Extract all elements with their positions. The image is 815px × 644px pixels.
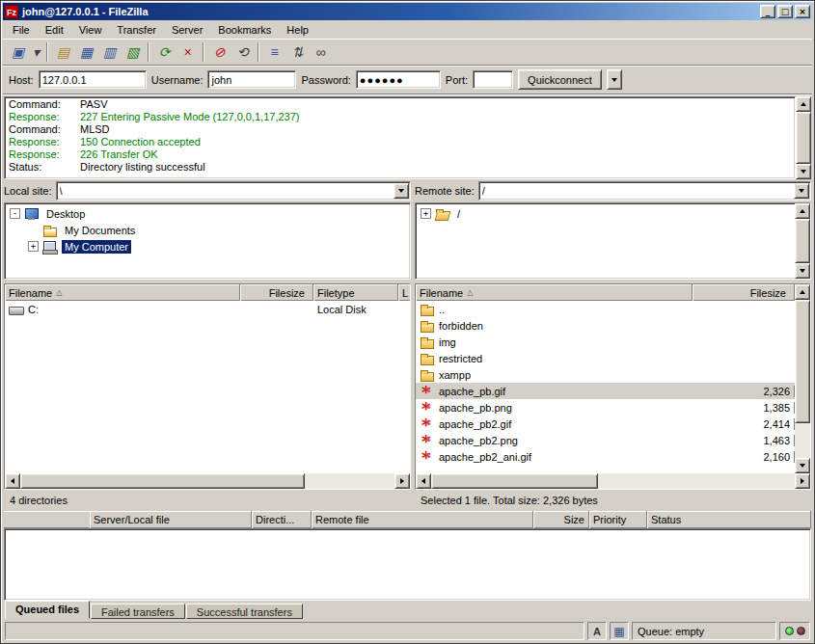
tree-expander[interactable]: + [28,241,39,252]
file-row[interactable]: apache_pb2.png 1,463 [416,432,795,448]
column-header[interactable]: Size [533,511,589,528]
host-input[interactable] [39,70,147,89]
cancel-button[interactable]: × [177,41,199,63]
refresh-button[interactable]: ⟳ [153,41,176,63]
column-header[interactable]: L [398,284,410,301]
scroll-left-button[interactable] [416,473,431,489]
menu-view[interactable]: View [71,22,110,38]
scroll-right-button[interactable] [394,473,410,489]
menu-transfer[interactable]: Transfer [109,22,164,38]
chevron-down-icon [611,78,617,85]
scroll-track[interactable] [431,473,795,489]
scroll-thumb[interactable] [20,473,305,489]
tree-item-root[interactable]: + / [416,205,795,222]
column-header[interactable]: Filesize [693,284,795,301]
scroll-down-button[interactable] [796,164,811,179]
file-row[interactable]: forbidden [416,317,795,334]
scroll-thumb[interactable] [795,219,810,263]
filename-text: apache_pb2.gif [439,418,511,430]
scroll-thumb[interactable] [796,112,811,164]
scroll-track[interactable] [20,473,394,489]
menu-bookmarks[interactable]: Bookmarks [210,22,279,38]
remote-list-scrollbar[interactable] [795,284,810,473]
column-header[interactable]: Remote file [312,511,533,528]
quickconnect-dropdown[interactable] [607,69,622,90]
menu-edit[interactable]: Edit [38,22,71,38]
minimize-button[interactable]: _ [760,5,775,18]
scroll-track[interactable] [795,219,810,263]
file-row[interactable]: C: Local Disk [5,301,410,317]
column-header[interactable]: Filetype [313,284,398,301]
local-horizontal-scrollbar[interactable] [5,473,410,489]
tree-expander[interactable]: + [421,208,431,219]
scroll-down-button[interactable] [795,263,810,279]
scroll-thumb[interactable] [431,473,598,489]
username-input[interactable] [207,70,296,89]
synchronized-browsing-button[interactable]: ⇅ [286,41,309,63]
scroll-left-button[interactable] [5,473,20,489]
column-header[interactable]: Priority [589,511,647,528]
column-header[interactable]: Filesize [240,284,313,301]
tree-item-desktop[interactable]: - Desktop [5,205,410,222]
encryption-status-icon[interactable]: ▦ [610,622,629,640]
scroll-down-button[interactable] [795,458,810,473]
password-input[interactable] [356,70,441,89]
app-icon: Fz [5,5,18,18]
menu-server[interactable]: Server [164,22,210,38]
scroll-track[interactable] [795,300,810,458]
file-row[interactable]: apache_pb.gif 2,326 [416,383,795,399]
reconnect-button[interactable]: ⟲ [231,41,254,63]
site-manager-button[interactable]: ▣ [7,41,29,63]
column-header[interactable]: Status [647,511,811,528]
log-scrollbar[interactable] [796,96,811,179]
scroll-track[interactable] [796,112,811,164]
tree-item-my-computer[interactable]: + My Computer [5,238,410,255]
column-header[interactable]: Server/Local file [90,511,252,528]
tab-successful-transfers[interactable]: Successful transfers [186,604,303,619]
scroll-up-button[interactable] [796,96,811,112]
column-header[interactable]: Directi... [252,511,312,528]
local-site-combo[interactable]: \ [56,181,411,201]
file-row[interactable]: img [416,334,795,350]
tab-queued-files[interactable]: Queued files [5,601,90,619]
find-files-button[interactable]: ∞ [310,41,332,63]
remote-site-dropdown[interactable] [794,183,809,199]
file-row[interactable]: apache_pb.png 1,385 [416,399,795,416]
disconnect-button[interactable]: ⊘ [208,41,231,63]
toggle-message-log-button[interactable]: ▤ [52,41,74,63]
remote-horizontal-scrollbar[interactable] [416,473,810,489]
column-header[interactable]: Filename △ [5,284,240,301]
menu-help[interactable]: Help [279,22,316,38]
menu-file[interactable]: File [5,22,38,38]
toggle-remote-tree-button[interactable]: ▥ [98,41,121,63]
maximize-button[interactable]: □ [777,5,793,18]
column-header-label: Filename [420,287,463,299]
file-row[interactable]: .. [416,301,795,317]
tree-item-label: Desktop [43,207,88,221]
tree-expander[interactable]: - [10,208,20,219]
transfer-type-icon[interactable]: A [587,622,607,640]
tab-failed-transfers[interactable]: Failed transfers [91,604,185,619]
file-row[interactable]: apache_pb2_ani.gif 2,160 [416,448,795,465]
scroll-up-button[interactable] [795,203,810,219]
remote-tree-scrollbar[interactable] [795,203,810,279]
log-line-type: Response: [5,111,80,123]
file-row[interactable]: xampp [416,366,795,383]
directory-comparison-button[interactable]: ≡ [263,41,285,63]
column-header[interactable]: Filename △ [416,284,693,301]
scroll-right-button[interactable] [795,473,810,489]
remote-site-combo[interactable]: / [478,181,811,201]
local-site-dropdown[interactable] [394,183,409,199]
site-manager-dropdown[interactable]: ▾ [30,41,42,63]
scroll-up-button[interactable] [795,284,810,300]
toggle-local-tree-button[interactable]: ▦ [75,41,97,63]
port-input[interactable] [473,70,513,89]
scroll-thumb[interactable] [795,300,810,423]
file-row[interactable]: restricted [416,350,795,366]
cell-filename: restricted [416,352,693,365]
file-row[interactable]: apache_pb2.gif 2,414 [416,416,795,432]
toggle-queue-button[interactable]: ▧ [122,41,144,63]
quickconnect-button[interactable]: Quickconnect [518,69,602,90]
close-button[interactable]: × [795,5,810,18]
tree-item-my-documents[interactable]: My Documents [5,222,410,238]
